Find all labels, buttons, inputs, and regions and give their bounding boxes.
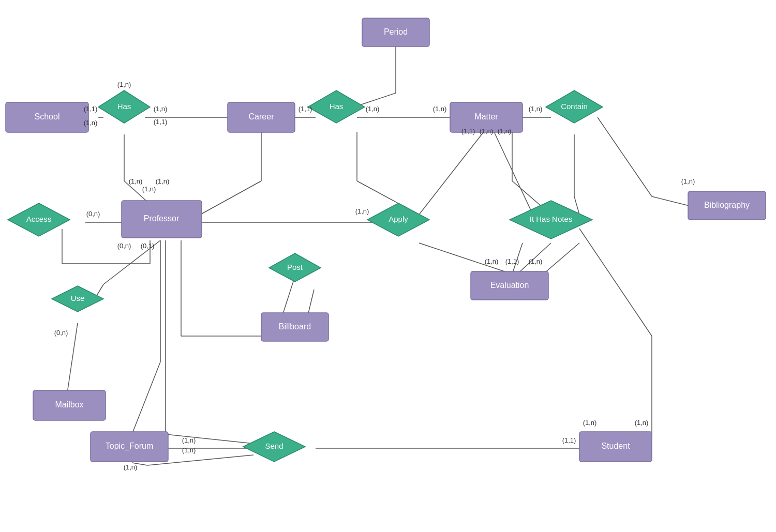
topic-forum-label: Topic_Forum xyxy=(106,442,153,451)
card-prof-01: (0,1) xyxy=(141,242,155,250)
send-label: Send xyxy=(265,442,283,450)
billboard-label: Billboard xyxy=(279,322,311,331)
svg-line-15 xyxy=(419,132,484,215)
card-ithas-eval-c: (1,n) xyxy=(529,257,543,265)
er-diagram: Period School Has Career Has Matter Cont… xyxy=(0,0,776,532)
svg-line-35 xyxy=(308,290,314,315)
period-label: Period xyxy=(384,27,408,36)
svg-line-31 xyxy=(67,323,78,393)
evaluation-label: Evaluation xyxy=(490,281,529,290)
card-topic-bottom: (1,n) xyxy=(124,463,138,471)
has1-label: Has xyxy=(117,102,131,111)
access-label: Access xyxy=(26,215,51,223)
use-label: Use xyxy=(71,294,85,302)
student-label: Student xyxy=(601,442,630,450)
card-school-has1-top: (1,1) xyxy=(84,105,98,113)
card-career-has2-a: (1,1) xyxy=(299,105,312,113)
professor-label: Professor xyxy=(144,214,180,223)
card-topic-send-a: (1,n) xyxy=(182,436,196,444)
mailbox-label: Mailbox xyxy=(55,400,83,409)
card-matter-bottom-a: (1,1) xyxy=(461,127,475,135)
contain-label: Contain xyxy=(561,102,588,111)
card-has2-matter-a: (1,n) xyxy=(366,105,380,113)
card-use-mailbox: (0,n) xyxy=(54,329,68,337)
card-has1-prof-c: (1,n) xyxy=(156,177,170,185)
card-topic-send-b: (1,n) xyxy=(182,446,196,454)
card-matter-bottom-c: (1,n) xyxy=(498,127,512,135)
school-label: School xyxy=(35,112,60,121)
card-student-b: (1,n) xyxy=(635,419,649,427)
svg-line-41 xyxy=(579,229,652,336)
bibliography-label: Bibliography xyxy=(704,201,750,209)
card-has1-career-bot: (1,1) xyxy=(154,118,168,126)
svg-line-37 xyxy=(132,362,160,434)
card-contain-biblio: (1,n) xyxy=(681,177,695,185)
has2-label: Has xyxy=(330,102,344,111)
card-has1-top: (1,n) xyxy=(117,81,131,88)
svg-line-45 xyxy=(166,434,253,444)
matter-label: Matter xyxy=(474,112,498,121)
post-label: Post xyxy=(287,263,303,271)
card-ithas-eval-a: (1,n) xyxy=(485,257,499,265)
svg-line-7 xyxy=(598,117,652,196)
svg-line-1 xyxy=(357,93,396,106)
it-has-notes-label: It Has Notes xyxy=(530,215,573,223)
apply-label: Apply xyxy=(389,215,408,223)
career-label: Career xyxy=(249,112,275,121)
card-prof-access-bot: (0,n) xyxy=(117,242,131,250)
svg-line-23 xyxy=(543,243,579,274)
card-school-has1-bot: (1,n) xyxy=(84,119,98,127)
card-send-student: (1,1) xyxy=(562,436,576,444)
card-matter-bottom-b: (1,n) xyxy=(480,127,494,135)
card-has1-prof-b: (1,n) xyxy=(142,185,156,193)
card-matter-contain: (1,n) xyxy=(529,105,543,113)
card-apply-left: (1,n) xyxy=(355,207,369,215)
svg-line-18 xyxy=(494,132,533,215)
card-student-a: (1,n) xyxy=(583,419,597,427)
svg-line-8 xyxy=(652,196,693,207)
card-access-prof: (0,n) xyxy=(86,210,100,218)
card-has1-prof-a: (1,n) xyxy=(129,177,143,185)
card-has2-matter-b: (1,n) xyxy=(433,105,447,113)
card-ithas-eval-b: (1,1) xyxy=(505,257,519,265)
card-has1-career-top: (1,n) xyxy=(154,105,168,113)
